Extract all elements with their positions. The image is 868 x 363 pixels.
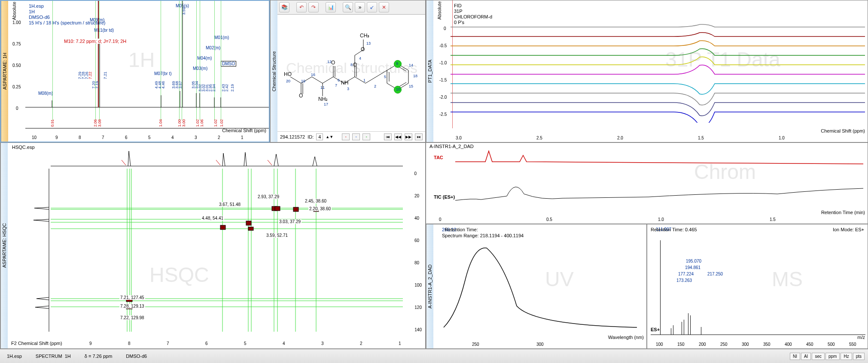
h1-peaknum: 2.42 <box>225 84 229 92</box>
panel-uv[interactable]: A-INSTR1-A_2_DAD UV 266.12 Retention Tim… <box>426 224 647 349</box>
hsqc-ytick: 140 <box>414 327 422 332</box>
atom-label: NH <box>341 80 348 86</box>
next-icon[interactable]: ▶▶ <box>405 133 412 140</box>
hsqc-xtick: 2 <box>360 341 362 346</box>
p31-ytick: -2.5 <box>439 112 447 117</box>
hsqc-xlabel: F2 Chemical Shift (ppm) <box>11 341 62 346</box>
hsqc-proj-top <box>51 149 403 169</box>
atom-label: O <box>361 46 365 52</box>
hsqc-cp: 3.67, 51.48 <box>218 202 241 207</box>
panel-chrom[interactable]: A-INSTR1-A_2_DAD Chrom TAC TIC (ES+) Ret… <box>426 142 868 224</box>
panel-structure[interactable]: Chemical Structure 📚 ↶ ↷ 📊 🔍 » ↙ ✕ Chemi… <box>270 0 426 142</box>
panel-hsqc[interactable]: ASPARTAME: HSQC HSQC.esp HSQC <box>0 142 426 349</box>
uv-label: A-INSTR1-A_2_DAD <box>426 224 433 348</box>
chrom-xtick: 1.0 <box>658 217 664 222</box>
legend3-icon[interactable]: ▫ <box>362 133 370 140</box>
h1-xtick: 8 <box>79 135 81 140</box>
ms-peak-label: 177.224 <box>678 272 694 276</box>
hsqc-cp: 7.22, 129.98 <box>119 315 145 320</box>
hsqc-ytick: 120 <box>414 305 422 310</box>
status-btn-ai[interactable]: AI <box>801 353 811 360</box>
uv-plot[interactable] <box>439 237 646 332</box>
structure-id-value[interactable]: 4 <box>316 133 323 140</box>
h1-spectrum[interactable] <box>25 1 269 112</box>
legend2-icon[interactable]: ▫ <box>352 133 360 140</box>
prev-icon[interactable]: ◀◀ <box>394 133 402 140</box>
ms-xtick: 100 <box>656 342 663 347</box>
hsqc-ytick: 20 <box>414 194 419 198</box>
h1-xtick: 10 <box>32 135 37 140</box>
status-btn-ppm[interactable]: ppm <box>825 353 840 360</box>
h1-highlight: M10: 7.22 ppm; d; J=7.19; 2H <box>64 39 126 44</box>
h1-xtick: 5 <box>148 135 151 140</box>
panel-31p[interactable]: PT1_DATA 31P T1 Data FID 31P CHLOROFORM-… <box>426 0 868 142</box>
h1-peaknum: 3.67 <box>178 81 183 89</box>
ms-xtick: 350 <box>763 342 771 347</box>
hsqc-cp: 4.48, 54.41 <box>201 216 224 221</box>
panel-ms[interactable]: MS Retention Time: 0.465 Ion Mode: ES+ E… <box>647 224 868 349</box>
ms-peak-label: 195.070 <box>686 259 701 263</box>
status-btn-pts[interactable]: pts <box>853 353 865 360</box>
chrom-plot[interactable] <box>434 149 863 209</box>
last-icon[interactable]: ⏭ <box>415 133 423 140</box>
status-solvent: DMSO-d6 <box>122 354 150 359</box>
uv-xlabel: Wavelength (nm) <box>608 335 644 340</box>
link-icon[interactable]: 🔍 <box>343 2 353 12</box>
hsqc-2d[interactable] <box>51 169 403 332</box>
panel-1h[interactable]: ASPARTAME: 1H 1H 1H.esp 1H DMSO-d6 15 H'… <box>0 0 270 142</box>
structure-canvas[interactable]: Chemical Structures <box>277 15 425 131</box>
h1-xtick: 7 <box>102 135 104 140</box>
p31-xtick: 2.5 <box>536 136 542 140</box>
atom-label: HO <box>284 71 292 77</box>
ms-es: ES+ <box>651 327 660 332</box>
h1-solvent: DMSO-d6 <box>29 15 50 20</box>
uv-rt-label: Retention Time: <box>445 227 478 232</box>
hsqc-cp: 3.03, 37.29 <box>278 219 302 224</box>
structure-toolbar: 📚 ↶ ↷ 📊 🔍 » ↙ ✕ <box>277 0 425 15</box>
status-btn-sec[interactable]: sec <box>812 353 825 360</box>
status-btn-ni[interactable]: NI <box>790 353 800 360</box>
h1-ytick: 1.00 <box>12 20 21 25</box>
legend1-icon[interactable]: ▫ <box>342 133 350 140</box>
h1-peaknum: 7.21 <box>103 72 107 79</box>
uv-xtick: 250 <box>472 342 479 347</box>
expand-icon[interactable]: » <box>355 2 365 12</box>
p31-label: PT1_DATA <box>426 0 433 142</box>
collapse-icon[interactable]: ↙ <box>367 2 377 12</box>
chrom-title: A-INSTR1-A_2_DAD <box>429 144 474 149</box>
status-btn-hz[interactable]: Hz <box>841 353 852 360</box>
h1-peaknum: 2.94 <box>212 84 216 92</box>
atom-label: O <box>353 62 357 68</box>
panel-1h-label: ASPARTAME: 1H <box>1 1 8 142</box>
spectrum-icon[interactable]: 📊 <box>326 2 336 12</box>
redo-icon[interactable]: ↷ <box>308 2 319 12</box>
h1-peaknum: 3.59 <box>182 7 186 15</box>
p31-ylabel: Absolute <box>437 1 442 20</box>
h1-ytick: 0.75 <box>12 42 21 46</box>
atom-label: O <box>331 60 335 66</box>
hsqc-cp: 2.93, 37.29 <box>257 194 280 199</box>
uv-xtick: 300 <box>536 342 544 347</box>
ms-xtick: 150 <box>677 342 685 347</box>
ms-mode: Ion Mode: ES+ <box>833 227 864 232</box>
svg-rect-56 <box>220 225 225 230</box>
chrom-xtick: 1.5 <box>770 217 776 222</box>
atom-label: O <box>299 93 303 99</box>
ms-xtick: 250 <box>720 342 728 347</box>
h1-integral: 1.02 <box>195 119 200 127</box>
h1-ylabel: Absolute <box>12 2 17 20</box>
status-file: 1H.esp <box>3 354 25 359</box>
first-icon[interactable]: ⏮ <box>384 133 392 140</box>
p31-spectrum[interactable] <box>451 22 865 123</box>
h1-peaknum: 7.22 <box>88 72 92 79</box>
atom-label: CH₃ <box>360 33 369 39</box>
p31-ytick: -2.0 <box>439 95 447 100</box>
ms-peak-label: 173.263 <box>676 278 692 283</box>
undo-icon[interactable]: ↶ <box>296 2 307 12</box>
svg-rect-58 <box>248 227 253 230</box>
close-icon[interactable]: ✕ <box>379 2 389 12</box>
ms-xlabel: m/z <box>857 335 865 340</box>
structure-footer: 294.121572 ID: 4 ▲▼ ▫ ▫ ▫ ⏮ ◀◀ ▶▶ ⏭ <box>277 131 425 142</box>
open-structure-icon[interactable]: 📚 <box>279 2 289 12</box>
h1-peaknum: 2.19 <box>230 84 235 92</box>
